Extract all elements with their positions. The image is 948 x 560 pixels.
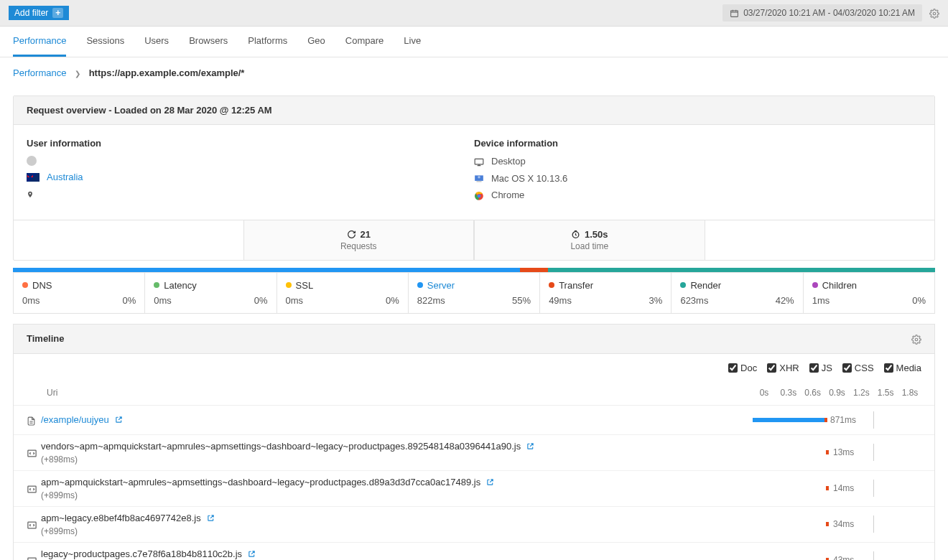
- date-range-picker[interactable]: 03/27/2020 10:21 AM - 04/03/2020 10:21 A…: [722, 4, 922, 22]
- device-info-col: Device information Desktop Mac OS X 10.1…: [474, 138, 921, 207]
- overview-panel: Request overview - Loaded on 28 Mar 2020…: [13, 95, 935, 261]
- tab-compare[interactable]: Compare: [345, 27, 384, 57]
- code-icon: [27, 482, 41, 494]
- gear-icon[interactable]: [929, 7, 939, 19]
- metrics-grid: DNS 0ms0%Latency 0ms0%SSL 0ms0%Server 82…: [13, 272, 935, 314]
- metric-transfer: Transfer 49ms3%: [540, 273, 672, 313]
- tab-browsers[interactable]: Browsers: [189, 27, 228, 57]
- metric-server: Server 822ms55%: [409, 273, 540, 313]
- external-link-icon[interactable]: [115, 414, 123, 424]
- external-link-icon[interactable]: [486, 477, 494, 486]
- breadcrumb: Performance ❯ https://app.example.com/ex…: [0, 57, 948, 88]
- tab-performance[interactable]: Performance: [13, 27, 66, 57]
- timeline-uri[interactable]: apm~apmquickstart~apmrules~apmsettings~d…: [41, 477, 753, 500]
- code-icon: [27, 554, 41, 560]
- breadcrumb-current: https://app.example.com/example/*: [89, 67, 245, 78]
- pin-icon: [27, 188, 34, 200]
- stat-empty-right: [705, 220, 935, 260]
- chrome-icon: [474, 190, 484, 201]
- metric-render: Render 623ms42%: [672, 273, 803, 313]
- filter-media[interactable]: Media: [884, 363, 921, 373]
- tab-geo[interactable]: Geo: [307, 27, 325, 57]
- timeline-filters: Doc XHR JS CSS Media: [14, 354, 934, 382]
- stats-row: 21 Requests 1.50s Load time: [14, 220, 934, 260]
- filter-doc[interactable]: Doc: [728, 363, 757, 373]
- flag-au-icon: [27, 173, 40, 182]
- timeline-uri[interactable]: apm~legacy.e8bef4fb8ac4697742e8.js (+899…: [41, 513, 753, 536]
- timeline-row: vendors~apm~apmquickstart~apmrules~apmse…: [14, 435, 934, 471]
- timeline-uri[interactable]: /example/uujyeu: [41, 414, 753, 425]
- filter-xhr[interactable]: XHR: [767, 363, 799, 373]
- timeline-bar: 43ms: [753, 551, 921, 560]
- country-link[interactable]: Australia: [47, 172, 83, 182]
- overview-header: Request overview - Loaded on 28 Mar 2020…: [14, 96, 934, 125]
- tick: 0.3s: [777, 388, 800, 398]
- clock-icon: [571, 230, 580, 239]
- metric-dns: DNS 0ms0%: [14, 273, 145, 313]
- device-info-title: Device information: [474, 138, 921, 149]
- tab-sessions[interactable]: Sessions: [86, 27, 124, 57]
- timeline-uri[interactable]: vendors~apm~apmquickstart~apmrules~apmse…: [41, 441, 753, 465]
- svg-rect-3: [477, 181, 482, 182]
- add-filter-button[interactable]: Add filter +: [9, 6, 69, 20]
- browser-name: Chrome: [491, 190, 524, 200]
- timeline-col-header: Uri 0s0.3s0.6s0.9s1.2s1.5s1.8s: [14, 382, 934, 406]
- apple-icon: [474, 173, 484, 185]
- gear-icon[interactable]: [911, 333, 921, 345]
- timeline-panel: Timeline Doc XHR JS CSS Media Uri 0s0.3s…: [13, 324, 935, 560]
- svg-point-8: [915, 338, 918, 341]
- stat-loadtime: 1.50s Load time: [474, 220, 705, 260]
- tick: 0.9s: [825, 388, 848, 398]
- metric-children: Children 1ms0%: [804, 273, 934, 313]
- svg-rect-0: [731, 10, 738, 17]
- filter-css[interactable]: CSS: [842, 363, 874, 373]
- breadcrumb-root[interactable]: Performance: [13, 67, 66, 78]
- user-icon: [27, 156, 37, 166]
- stat-requests: 21 Requests: [243, 220, 475, 260]
- timeline-row: apm~legacy.e8bef4fb8ac4697742e8.js (+899…: [14, 507, 934, 543]
- os-name: Mac OS X 10.13.6: [491, 173, 567, 184]
- timeline-row: legacy~productpages.c7e78f6a18b4b8110c2b…: [14, 543, 934, 560]
- top-bar: Add filter + 03/27/2020 10:21 AM - 04/03…: [0, 0, 948, 27]
- metric-latency: Latency 0ms0%: [145, 273, 276, 313]
- metric-stacked-bar: [13, 268, 935, 272]
- tick: 1.2s: [850, 388, 873, 398]
- tick: 1.5s: [874, 388, 897, 398]
- timeline-row: /example/uujyeu 871ms: [14, 406, 934, 435]
- plus-icon: +: [52, 8, 63, 18]
- tab-live[interactable]: Live: [404, 27, 421, 57]
- tick: 1.8s: [898, 388, 921, 398]
- calendar-icon: [730, 9, 739, 18]
- timeline-bar: 871ms: [753, 411, 921, 429]
- timeline-row: apm~apmquickstart~apmrules~apmsettings~d…: [14, 471, 934, 507]
- user-info-title: User information: [27, 138, 474, 149]
- nav-tabs: PerformanceSessionsUsersBrowsersPlatform…: [0, 27, 948, 57]
- refresh-icon: [347, 230, 356, 239]
- desktop-icon: [474, 156, 484, 167]
- timeline-bar: 13ms: [753, 444, 921, 461]
- svg-rect-12: [28, 558, 36, 560]
- doc-icon: [27, 414, 41, 425]
- timeline-uri[interactable]: legacy~productpages.c7e78f6a18b4b8110c2b…: [41, 549, 753, 560]
- code-icon: [27, 518, 41, 530]
- metric-ssl: SSL 0ms0%: [277, 273, 409, 313]
- external-link-icon[interactable]: [248, 549, 256, 558]
- stat-empty-left: [14, 220, 243, 260]
- svg-rect-2: [475, 159, 483, 164]
- svg-point-6: [478, 195, 480, 197]
- timeline-bar: 34ms: [753, 515, 921, 533]
- tab-platforms[interactable]: Platforms: [248, 27, 287, 57]
- user-info-col: User information Australia: [27, 138, 474, 207]
- timeline-title: Timeline: [27, 333, 65, 344]
- timeline-bar: 14ms: [753, 480, 921, 497]
- tick: 0.6s: [801, 388, 824, 398]
- svg-point-1: [933, 12, 936, 15]
- tab-users[interactable]: Users: [144, 27, 169, 57]
- external-link-icon[interactable]: [207, 513, 215, 522]
- external-link-icon[interactable]: [526, 441, 534, 450]
- timeline-rows: /example/uujyeu 871ms vendors~apm~apmqui…: [14, 406, 934, 560]
- tick: 0s: [753, 388, 776, 398]
- code-icon: [27, 447, 41, 458]
- filter-js[interactable]: JS: [809, 363, 832, 373]
- chevron-right-icon: ❯: [75, 70, 80, 78]
